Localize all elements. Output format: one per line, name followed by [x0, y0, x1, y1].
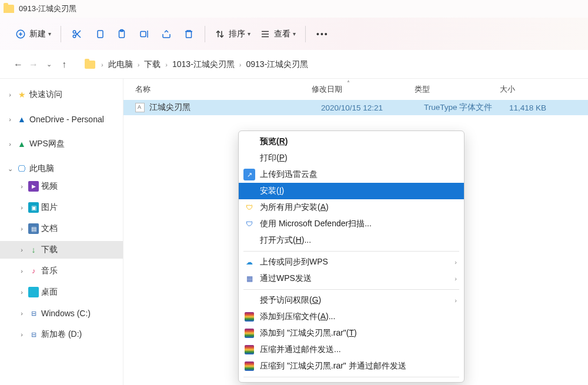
paste-button[interactable] — [111, 24, 133, 45]
ctx-rar-emailname[interactable]: 压缩到 "江城尖刃黑.rar" 并通过邮件发送 — [239, 358, 464, 374]
ctx-wps-send[interactable]: ▦通过WPS发送› — [239, 270, 464, 287]
col-date[interactable]: 修改日期 — [312, 84, 415, 95]
sidebar-item-video[interactable]: ›▶视频 — [0, 178, 123, 195]
ctx-wps-upload[interactable]: ☁上传或同步到WPS› — [239, 254, 464, 270]
sidebar-item-picture[interactable]: ›▣图片 — [0, 199, 123, 216]
svg-rect-7 — [98, 31, 103, 38]
ctx-rar-addname[interactable]: 添加到 "江城尖刃黑.rar"(T) — [239, 325, 464, 342]
sidebar-item-pc[interactable]: ⌄🖵此电脑 — [0, 160, 123, 178]
sidebar-item-drive-c[interactable]: ›⊟Windows (C:) — [0, 304, 123, 322]
rename-button[interactable] — [133, 24, 155, 45]
chevron-right-icon: › — [239, 61, 242, 68]
share-button[interactable] — [155, 24, 178, 45]
ctx-grant[interactable]: 授予访问权限(G)› — [239, 292, 464, 309]
drive-icon: ⊟ — [28, 308, 39, 319]
copy-icon — [94, 29, 105, 39]
column-headers: ˄ 名称 修改日期 类型 大小 — [123, 79, 588, 100]
more-button[interactable]: ••• — [310, 24, 335, 45]
chevron-right-icon: › — [165, 61, 168, 68]
file-size: 11,418 KB — [509, 103, 568, 112]
sidebar-item-onedrive[interactable]: ›▲OneDrive - Personal — [0, 111, 123, 128]
up-button[interactable]: ↑ — [56, 59, 72, 70]
scissors-icon — [72, 29, 82, 39]
sidebar-item-wps[interactable]: ›▲WPS网盘 — [0, 135, 123, 153]
sidebar-label: 文档 — [41, 223, 58, 234]
window-title: 0913-江城尖刃黑 — [19, 4, 76, 14]
ctx-preview[interactable]: 预览(R) — [239, 133, 464, 150]
separator — [205, 26, 205, 42]
file-date: 2020/10/15 12:21 — [321, 103, 424, 112]
blank-icon — [243, 185, 255, 197]
sidebar-label: 音乐 — [41, 266, 58, 276]
view-button[interactable]: 查看 ▾ — [255, 24, 300, 45]
breadcrumb-item[interactable]: 下载 — [144, 59, 161, 70]
breadcrumb-item[interactable]: 0913-江城尖刃黑 — [246, 59, 309, 70]
ctx-label: 压缩到 "江城尖刃黑.rar" 并通过邮件发送 — [260, 361, 406, 371]
music-icon: ♪ — [28, 266, 39, 276]
toolbar: 新建 ▾ 排序 ▾ 查看 ▾ ••• — [0, 18, 588, 51]
delete-button[interactable] — [178, 24, 200, 45]
plus-circle-icon — [15, 29, 26, 39]
cut-button[interactable] — [66, 24, 88, 45]
sort-button[interactable]: 排序 ▾ — [210, 24, 255, 45]
ctx-label: 预览(R) — [260, 136, 288, 147]
sidebar-item-drive-d[interactable]: ›⊟新加卷 (D:) — [0, 326, 123, 343]
file-row[interactable]: 江城尖刃黑 2020/10/15 12:21 TrueType 字体文件 11,… — [123, 100, 588, 115]
breadcrumb: › 此电脑 › 下载 › 1013-江城尖刃黑 › 0913-江城尖刃黑 — [85, 59, 308, 70]
ctx-install[interactable]: 安装(I) — [239, 183, 464, 199]
rar-icon — [243, 344, 255, 356]
sidebar-label: 此电脑 — [29, 163, 54, 174]
submenu-arrow-icon: › — [455, 297, 457, 304]
col-size[interactable]: 大小 — [500, 84, 559, 95]
sidebar-label: Windows (C:) — [41, 309, 91, 318]
clipboard-icon — [116, 29, 127, 39]
col-type[interactable]: 类型 — [415, 84, 500, 95]
context-menu: 预览(R) 打印(P) ↗上传到迅雷云盘 安装(I) 🛡为所有用户安装(A) 🛡… — [238, 130, 465, 383]
chevron-right-icon: › — [101, 61, 103, 68]
ctx-thunder[interactable]: ↗上传到迅雷云盘 — [239, 166, 464, 183]
ctx-label: 上传或同步到WPS — [260, 257, 328, 267]
separator — [243, 289, 459, 290]
sidebar-item-music[interactable]: ›♪音乐 — [0, 262, 123, 280]
ctx-label: 添加到压缩文件(A)... — [260, 312, 335, 322]
ctx-openwith[interactable]: 打开方式(H)... — [239, 232, 464, 249]
blank-icon — [243, 136, 255, 148]
breadcrumb-item[interactable]: 1013-江城尖刃黑 — [172, 59, 235, 70]
sidebar-item-quick[interactable]: ›★快速访问 — [0, 86, 123, 103]
caret-icon: › — [6, 116, 14, 123]
download-icon: ↓ — [28, 245, 39, 255]
chevron-right-icon: › — [138, 61, 140, 68]
video-icon: ▶ — [28, 181, 39, 192]
ctx-label: 添加到 "江城尖刃黑.rar"(T) — [260, 328, 357, 339]
sidebar-label: 新加卷 (D:) — [41, 329, 82, 340]
ctx-rar-add[interactable]: 添加到压缩文件(A)... — [239, 309, 464, 325]
submenu-arrow-icon: › — [455, 275, 457, 282]
separator — [61, 26, 61, 42]
breadcrumb-item[interactable]: 此电脑 — [108, 59, 133, 70]
chevron-down-icon: ▾ — [48, 31, 51, 37]
copy-button[interactable] — [88, 24, 111, 45]
sort-icon — [215, 29, 225, 39]
rar-icon — [243, 311, 255, 323]
shield-icon: 🛡 — [243, 202, 255, 213]
sidebar-item-desktop[interactable]: › 桌面 — [0, 283, 123, 301]
ctx-print[interactable]: 打印(P) — [239, 150, 464, 166]
new-button[interactable]: 新建 ▾ — [11, 24, 56, 45]
document-icon: ▤ — [28, 223, 39, 234]
col-name[interactable]: 名称 — [135, 84, 312, 95]
sidebar-item-document[interactable]: ›▤文档 — [0, 220, 123, 237]
chevron-down-icon: ▾ — [248, 31, 250, 37]
forward-button[interactable]: → — [26, 59, 41, 70]
recent-button[interactable]: ⌄ — [41, 61, 56, 68]
ctx-rar-email[interactable]: 压缩并通过邮件发送... — [239, 342, 464, 358]
ctx-defender[interactable]: 🛡使用 Microsoft Defender扫描... — [239, 216, 464, 232]
drive-icon: ⊟ — [28, 329, 39, 340]
ctx-install-all[interactable]: 🛡为所有用户安装(A) — [239, 199, 464, 216]
sidebar-item-download[interactable]: ›↓下载 — [0, 241, 123, 259]
back-button[interactable]: ← — [11, 59, 26, 70]
sidebar-label: 下载 — [41, 245, 58, 255]
caret-icon: › — [6, 140, 14, 148]
share-icon — [161, 29, 172, 39]
nav-row: ← → ⌄ ↑ › 此电脑 › 下载 › 1013-江城尖刃黑 › 0913-江… — [0, 51, 588, 79]
cloud-icon: ▲ — [16, 139, 27, 149]
